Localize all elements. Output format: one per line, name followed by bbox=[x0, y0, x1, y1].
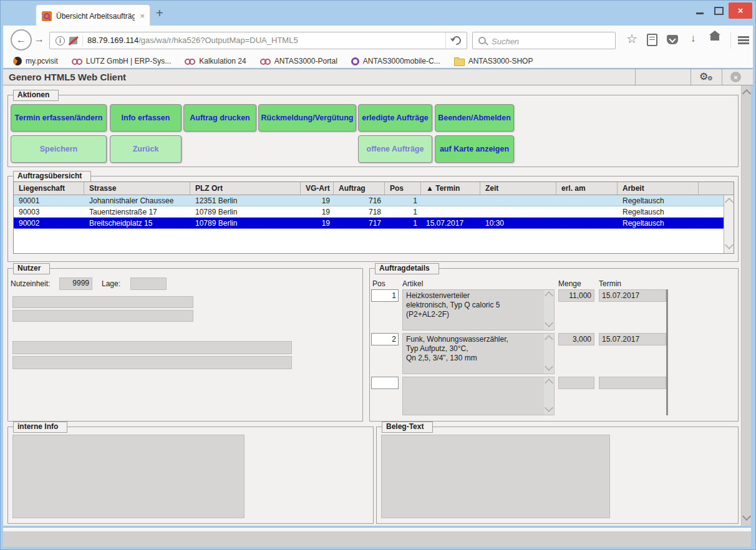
artikel-scroll-down-icon[interactable] bbox=[545, 362, 553, 371]
termin-erfassen-button[interactable]: Termin erfassen/ändern bbox=[11, 104, 107, 132]
speichern-button[interactable]: Speichern bbox=[11, 135, 107, 163]
link-icon bbox=[185, 59, 195, 64]
window-close-button[interactable]: × bbox=[729, 2, 752, 19]
beenden-abmelden-button[interactable]: Beenden/Abmelden bbox=[435, 104, 514, 132]
downloads-icon[interactable]: ↓ bbox=[691, 32, 696, 45]
settings-button[interactable]: ⚙ ⚙ bbox=[695, 70, 720, 85]
table-row[interactable]: 90003 Tauentzienstraße 17 10789 Berlin 1… bbox=[14, 206, 734, 218]
cell-pos: 1 bbox=[385, 208, 421, 216]
bookmark-item[interactable]: ANTAS3000mobile-C... bbox=[351, 57, 440, 65]
artikel-text bbox=[406, 379, 541, 413]
table-row[interactable]: 90001 Johannisthaler Chaussee 12351 Berl… bbox=[14, 195, 734, 206]
col-zeit[interactable]: Zeit bbox=[480, 182, 556, 195]
plugin-blocked-icon[interactable] bbox=[69, 37, 77, 44]
bookmark-item[interactable]: my.pcvisit bbox=[13, 57, 58, 65]
bookmark-label: ANTAS3000-Portal bbox=[274, 57, 337, 65]
bookmark-label: LUTZ GmbH | ERP-Sys... bbox=[86, 57, 171, 65]
artikel-scroll-down-icon[interactable] bbox=[545, 403, 553, 412]
scroll-up-icon[interactable] bbox=[742, 89, 751, 98]
page-title: Genero HTML5 Web Client bbox=[9, 72, 126, 82]
col-arbeit[interactable]: Arbeit bbox=[618, 182, 699, 195]
nutzer-info2-field bbox=[12, 356, 292, 369]
maximize-icon bbox=[714, 7, 724, 15]
menge-field: 11,000 bbox=[558, 289, 594, 302]
offene-auftraege-button[interactable]: offene Aufträge bbox=[358, 135, 432, 163]
menu-icon[interactable] bbox=[738, 36, 749, 44]
window-maximize-button[interactable] bbox=[710, 2, 727, 19]
details-col-artikel: Artikel bbox=[402, 279, 423, 288]
details-col-menge: Menge bbox=[558, 279, 581, 288]
app-close-button[interactable]: × bbox=[730, 72, 741, 82]
artikel-scrollbar[interactable] bbox=[544, 334, 554, 374]
cell-pos: 1 bbox=[385, 219, 421, 228]
pos-input[interactable] bbox=[371, 377, 399, 389]
clipboard-icon bbox=[647, 34, 657, 46]
auftragsuebersicht-fieldset: Auftragsübersicht Liegenschaft Strasse P… bbox=[7, 176, 739, 262]
orders-table: Liegenschaft Strasse PLZ Ort VG-Art Auft… bbox=[13, 181, 734, 254]
search-box[interactable] bbox=[472, 32, 616, 49]
artikel-scroll-up-icon[interactable] bbox=[545, 379, 553, 387]
auftragsuebersicht-legend: Auftragsübersicht bbox=[13, 171, 91, 182]
table-scroll-down-icon[interactable] bbox=[725, 241, 734, 249]
col-erl-am[interactable]: erl. am bbox=[556, 182, 618, 195]
cell-vg-art: 19 bbox=[301, 196, 334, 205]
auf-karte-anzeigen-button[interactable]: auf Karte anzeigen bbox=[435, 135, 514, 163]
termin-field bbox=[599, 377, 666, 389]
bookmark-item[interactable]: ANTAS3000-SHOP bbox=[454, 57, 533, 66]
col-auftrag[interactable]: Auftrag bbox=[334, 182, 385, 195]
zurueck-button[interactable]: Zurück bbox=[110, 135, 182, 163]
artikel-scroll-up-icon[interactable] bbox=[545, 335, 553, 344]
tab-close-icon[interactable]: × bbox=[135, 11, 150, 21]
cell-arbeit: Regeltausch bbox=[618, 219, 699, 228]
url-host: 88.79.169.114 bbox=[87, 36, 138, 45]
rueckmeldung-button[interactable]: Rückmeldung/Vergütung bbox=[258, 104, 356, 132]
artikel-scroll-up-icon[interactable] bbox=[545, 291, 553, 300]
artikel-text: Heizkostenverteiler elektronisch, Typ Q … bbox=[406, 291, 541, 329]
reload-button[interactable] bbox=[445, 32, 467, 49]
hamburger-icon bbox=[738, 36, 749, 44]
bookmark-item[interactable]: ANTAS3000-Portal bbox=[260, 57, 337, 65]
termin-field: 15.07.2017 bbox=[599, 333, 666, 345]
col-strasse[interactable]: Strasse bbox=[84, 182, 190, 195]
site-info-icon[interactable] bbox=[56, 36, 65, 46]
cell-plz-ort: 10789 Berlin bbox=[190, 219, 301, 228]
cell-liegenschaft: 90003 bbox=[14, 208, 84, 216]
col-plz-ort[interactable]: PLZ Ort bbox=[190, 182, 301, 195]
back-button[interactable]: ← bbox=[11, 29, 32, 51]
browser-tab[interactable]: Übersicht Arbeitsaufträge hk × bbox=[36, 4, 150, 27]
status-strip bbox=[3, 527, 751, 532]
navigation-toolbar: ← → 88.79.169.114/gas/wa/r/hka526?Output… bbox=[3, 26, 753, 55]
search-input[interactable] bbox=[490, 34, 611, 49]
col-liegenschaft[interactable]: Liegenschaft bbox=[14, 182, 84, 195]
col-termin-sorted[interactable]: ▲ Termin bbox=[421, 182, 480, 195]
info-erfassen-button[interactable]: Info erfassen bbox=[110, 104, 182, 132]
new-tab-button[interactable]: + bbox=[156, 6, 163, 21]
home-icon[interactable] bbox=[710, 30, 719, 41]
forward-button[interactable]: → bbox=[34, 34, 44, 45]
col-pos[interactable]: Pos bbox=[385, 182, 421, 195]
artikel-scroll-down-icon[interactable] bbox=[545, 319, 553, 327]
table-row-selected[interactable]: 90002 Breitscheidplatz 15 10789 Berlin 1… bbox=[14, 218, 734, 229]
cell-termin: 15.07.2017 bbox=[421, 219, 480, 228]
page-scrollbar[interactable] bbox=[741, 85, 751, 526]
artikel-scrollbar[interactable] bbox=[544, 290, 554, 330]
pos-input[interactable] bbox=[371, 289, 399, 302]
erledigte-auftraege-button[interactable]: erledigte Aufträge bbox=[358, 104, 432, 132]
cell-auftrag: 717 bbox=[334, 219, 385, 228]
url-bar[interactable]: 88.79.169.114/gas/wa/r/hka526?OutputMap=… bbox=[49, 32, 467, 49]
cell-strasse: Breitscheidplatz 15 bbox=[84, 219, 190, 228]
bookmarks-list-icon[interactable] bbox=[647, 34, 657, 46]
bookmark-item[interactable]: Kalkulation 24 bbox=[185, 57, 246, 65]
bookmark-item[interactable]: LUTZ GmbH | ERP-Sys... bbox=[72, 57, 171, 65]
table-scroll-up-icon[interactable] bbox=[725, 198, 734, 206]
scroll-down-icon[interactable] bbox=[742, 512, 751, 521]
pocket-icon[interactable] bbox=[667, 35, 678, 44]
col-vg-art[interactable]: VG-Art bbox=[301, 182, 334, 195]
table-scrollbar[interactable] bbox=[724, 195, 734, 253]
artikel-scrollbar[interactable] bbox=[544, 377, 554, 415]
window-minimize-button[interactable] bbox=[691, 2, 709, 19]
pos-input[interactable] bbox=[371, 333, 399, 345]
bookmark-star-icon[interactable]: ☆ bbox=[626, 31, 637, 46]
beleg-text-legend: Beleg-Text bbox=[382, 422, 433, 433]
auftrag-drucken-button[interactable]: Auftrag drucken bbox=[183, 104, 256, 132]
